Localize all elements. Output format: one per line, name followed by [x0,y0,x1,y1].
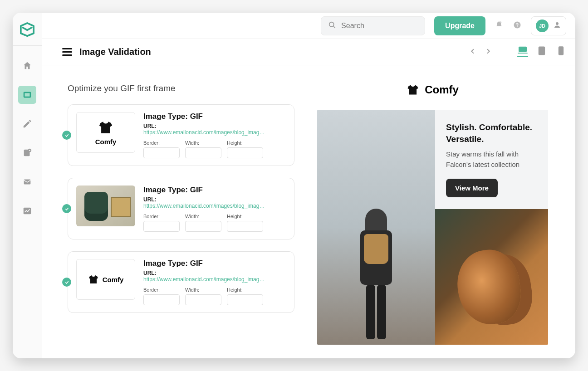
help-icon[interactable]: ? [513,20,522,31]
border-input[interactable] [143,147,180,158]
sidebar-item-checklist[interactable] [18,144,36,162]
height-input[interactable] [227,147,263,158]
preview-brand-header: Comfy [317,83,548,96]
thumbnail-brand: Comfy [95,138,117,146]
svg-point-6 [329,22,334,26]
svg-rect-4 [24,180,31,185]
sidebar [13,13,42,358]
width-input[interactable] [185,221,221,232]
validation-panel: Optimize you GIF first frame Comfy [68,83,294,345]
pager [469,48,492,57]
thumbnail: Comfy [76,259,135,300]
device-mobile-icon[interactable] [555,46,566,59]
status-valid-icon [62,131,71,140]
width-label: Width: [185,140,221,146]
image-card: Comfy Image Type: GIF URL: https://www.e… [68,104,294,166]
preview-hero-image [317,110,435,345]
svg-rect-12 [519,46,527,52]
search-box[interactable] [321,16,425,35]
svg-point-11 [556,22,559,25]
device-toggles [517,46,566,59]
sidebar-item-inbox[interactable] [18,86,36,104]
svg-rect-1 [25,93,30,96]
svg-rect-14 [539,46,545,55]
preview-right: Stylish. Comfortable. Versatile. Stay wa… [435,110,548,345]
preview-text-block: Stylish. Comfortable. Versatile. Stay wa… [435,110,548,209]
sidebar-item-analytics[interactable] [18,202,36,220]
device-desktop-icon[interactable] [517,46,528,59]
tshirt-icon [88,274,99,285]
sidebar-divider [13,45,42,46]
image-card-list: Comfy Image Type: GIF URL: https://www.e… [68,104,294,313]
svg-rect-13 [518,53,528,54]
border-label: Border: [143,140,180,146]
tshirt-icon [98,120,113,135]
preview-body: Stylish. Comfortable. Versatile. Stay wa… [317,110,548,345]
thumbnail: Comfy [76,112,135,153]
status-valid-icon [62,278,71,287]
user-icon [553,21,561,31]
content: Optimize you GIF first frame Comfy [42,65,575,358]
thumbnail-brand: Comfy [103,276,124,283]
height-input[interactable] [227,221,263,232]
image-type-label: Image Type: GIF [143,186,286,195]
upgrade-button[interactable]: Upgrade [434,16,485,35]
preview-headline: Stylish. Comfortable. Versatile. [446,122,537,145]
topbar: Upgrade ? JD [42,13,575,39]
image-url-link[interactable]: https://www.emailonacid.com/images/blog_… [143,276,266,283]
width-input[interactable] [185,294,221,305]
svg-rect-15 [558,46,563,55]
preview-brand-name: Comfy [425,83,459,96]
svg-line-7 [333,26,335,28]
next-arrow-icon[interactable] [485,48,492,57]
user-menu[interactable]: JD [531,16,566,35]
width-input[interactable] [185,147,221,158]
url-label: URL: [143,270,286,276]
section-title: Optimize you GIF first frame [68,83,294,93]
page-header: Image Validation [42,39,575,65]
border-label: Border: [143,214,180,219]
image-type-label: Image Type: GIF [143,112,286,121]
image-card: Comfy Image Type: GIF URL: https://www.e… [68,251,294,313]
avatar: JD [536,20,549,32]
image-card: Image Type: GIF URL: https://www.emailon… [68,178,294,239]
main-area: Upgrade ? JD Image Validation [42,13,575,358]
url-label: URL: [143,196,286,203]
app-window: Upgrade ? JD Image Validation [13,13,575,358]
sidebar-item-mail[interactable] [18,173,36,191]
prev-arrow-icon[interactable] [469,48,476,57]
sidebar-item-edit[interactable] [18,115,36,133]
status-valid-icon [62,204,71,213]
height-label: Height: [227,287,263,293]
view-more-button[interactable]: View More [446,179,498,197]
sidebar-item-home[interactable] [18,57,36,75]
height-label: Height: [227,214,263,219]
page-title: Image Validation [79,47,151,57]
border-input[interactable] [143,221,180,232]
border-input[interactable] [143,294,180,305]
tshirt-icon [407,83,419,96]
image-url-link[interactable]: https://www.emailonacid.com/images/blog_… [143,129,266,136]
menu-toggle-icon[interactable] [62,48,72,56]
search-input[interactable] [341,22,418,30]
preview-secondary-image [435,209,548,345]
search-icon [328,20,337,31]
hiker-figure [349,209,403,345]
url-label: URL: [143,123,286,129]
app-logo-icon [20,22,35,37]
height-input[interactable] [227,294,263,305]
svg-point-8 [500,21,502,23]
email-preview: Comfy Stylish. [317,83,548,345]
preview-subtext: Stay warms this fall with Falcon's lates… [446,149,537,170]
image-type-label: Image Type: GIF [143,259,286,268]
svg-text:?: ? [516,22,519,27]
thumbnail [76,186,135,226]
width-label: Width: [185,287,221,293]
border-label: Border: [143,287,180,293]
device-tablet-icon[interactable] [536,46,547,59]
notifications-icon[interactable] [495,20,504,31]
height-label: Height: [227,140,263,146]
image-url-link[interactable]: https://www.emailonacid.com/images/blog_… [143,203,266,209]
width-label: Width: [185,214,221,219]
